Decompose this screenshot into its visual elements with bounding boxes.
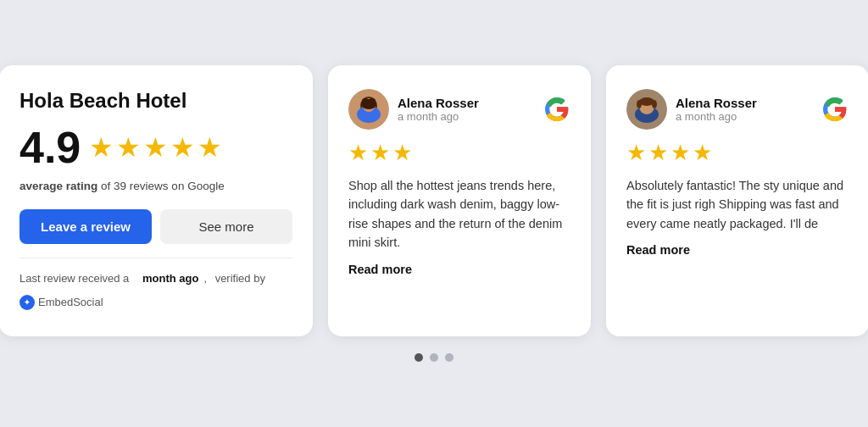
divider [19,258,292,258]
reviewer-meta-1: Alena Rosser a month ago [398,96,479,123]
cards-row: Hola Beach Hotel 4.9 ★ ★ ★ ★ ★ average r… [25,65,843,336]
svg-point-12 [637,100,642,108]
read-more-1[interactable]: Read more [348,263,570,276]
last-review-text: Last review received a [19,272,129,285]
avatar-1 [348,89,389,130]
star-r2-4: ★ [693,140,712,166]
review-text-2: Absolutely fantastic! The sty unique and… [626,176,849,233]
reviewer-name-1: Alena Rosser [398,96,479,110]
star-1: ★ [89,131,114,164]
star-4: ★ [170,131,195,164]
star-r1-2: ★ [370,140,390,166]
review-text-1: Shop all the hottest jeans trends here, … [348,176,570,252]
star-r1-1: ★ [348,140,368,166]
last-review-time: month ago [142,272,198,285]
star-3: ★ [143,131,168,164]
widget-container: Hola Beach Hotel 4.9 ★ ★ ★ ★ ★ average r… [0,48,868,379]
stars-review-2: ★ ★ ★ ★ [626,140,849,166]
stars-large: ★ ★ ★ ★ ★ [89,131,222,164]
dot-1[interactable] [415,353,423,362]
embed-social-logo: ✦ EmbedSocial [19,295,292,310]
leave-review-button[interactable]: Leave a review [19,209,152,244]
star-r2-1: ★ [626,140,646,166]
dots-row [415,353,453,362]
avatar-2 [626,89,667,130]
hotel-name: Hola Beach Hotel [19,89,292,114]
review-header-2: Alena Rosser a month ago [626,89,849,130]
svg-point-13 [652,100,657,108]
reviewer-name-2: Alena Rosser [676,96,757,110]
stars-review-1: ★ ★ ★ [348,140,570,166]
star-2: ★ [116,131,141,164]
dot-3[interactable] [445,353,453,362]
google-icon-2 [821,96,849,123]
rating-subtitle: average rating of 39 reviews on Google [19,180,292,192]
see-more-button[interactable]: See more [160,209,292,244]
reviewer-time-1: a month ago [398,110,479,123]
reviewer-time-2: a month ago [676,110,757,123]
review-header-1: Alena Rosser a month ago [348,89,570,130]
star-r2-3: ★ [670,140,690,166]
embed-social-text: EmbedSocial [38,296,103,308]
rating-number: 4.9 [19,125,81,169]
buttons-row: Leave a review See more [19,209,292,244]
star-r1-3: ★ [392,140,412,166]
svg-point-7 [369,98,376,103]
google-icon-1 [543,96,570,123]
svg-point-6 [362,98,369,103]
reviewer-info-2: Alena Rosser a month ago [626,89,757,130]
hotel-card: Hola Beach Hotel 4.9 ★ ★ ★ ★ ★ average r… [0,65,313,336]
verified-by-text: verified by [215,272,265,285]
review-card-2: Alena Rosser a month ago ★ ★ ★ ★ Abs [606,65,868,336]
verified-row: Last review received a month ago, verifi… [19,272,292,285]
dot-2[interactable] [430,353,438,362]
rating-label: average rating [19,180,97,192]
read-more-2[interactable]: Read more [626,243,849,257]
review-card-1: Alena Rosser a month ago ★ ★ ★ Shop all … [328,65,591,336]
reviewer-info-1: Alena Rosser a month ago [348,89,479,130]
rating-row: 4.9 ★ ★ ★ ★ ★ [19,125,292,169]
reviewer-meta-2: Alena Rosser a month ago [676,96,757,123]
embed-social-icon: ✦ [19,295,35,310]
star-5: ★ [198,131,222,164]
review-count-text: of 39 reviews on Google [101,180,225,192]
star-r2-2: ★ [648,140,668,166]
